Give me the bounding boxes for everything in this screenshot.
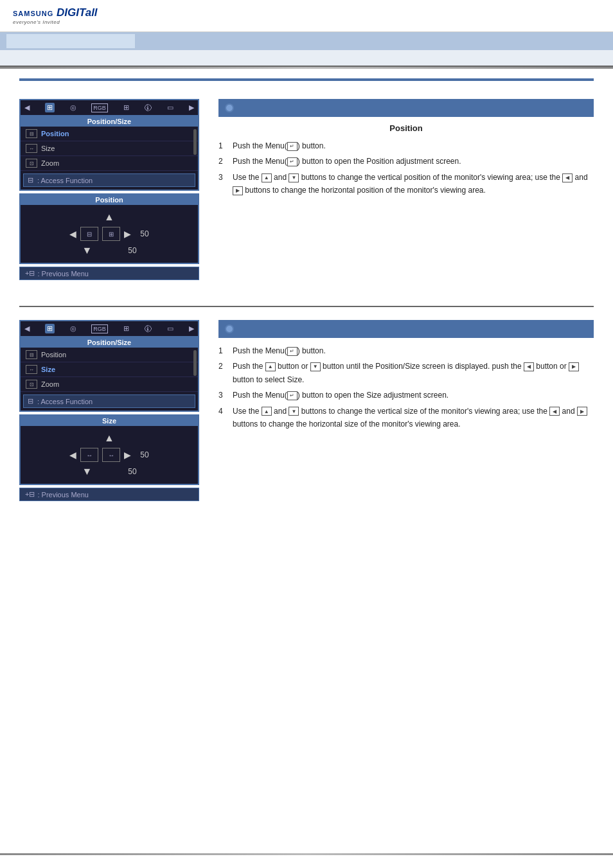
arrow-right-2: ▶ xyxy=(124,450,131,460)
osd-subpanel-content-1: ▲ ◀ ⊟ ⊞ ▶ 50 ▼ 50 xyxy=(21,205,198,263)
osd-menu-list-1: ⊟ Position ↔ Size ⊡ Zoom ⊟ : Access Func… xyxy=(19,127,199,191)
menu-item-position-label: Position xyxy=(41,130,69,137)
osd-menu-item-position-2[interactable]: ⊟ Position xyxy=(21,348,198,362)
osd-menubar-2: ◀ ⊞ ◎ RGB ⊞ 🛈 ▭ ▶ xyxy=(19,320,199,337)
step-text-2-3: Push the Menu(↵) button to open the Size… xyxy=(233,389,594,402)
prev-menu-label-1: : Previous Menu xyxy=(37,270,88,278)
arrow-down-2: ▼ xyxy=(82,466,92,477)
nav-tab[interactable] xyxy=(6,34,135,48)
up-icon-s2: ▲ xyxy=(262,407,272,416)
osd-menu-item-size[interactable]: ↔ Size xyxy=(21,141,198,156)
zoom-icon: ⊡ xyxy=(26,159,37,168)
osd-subpanel-title-1: Position xyxy=(21,195,198,205)
step-text-2-1: Push the Menu(↵) button. xyxy=(233,344,594,357)
osd-icon-right-2: ▶ xyxy=(189,324,194,333)
step-text-2-4: Use the ▲ and ▼ buttons to change the ve… xyxy=(233,405,594,431)
right-icon-s2: ▶ xyxy=(577,407,587,416)
step-num-1-3: 3 xyxy=(218,171,227,197)
osd-subpanel-size: Size ▲ ◀ ↔ ↔ ▶ 50 ▼ xyxy=(19,414,199,485)
step-num-2-3: 3 xyxy=(218,389,227,402)
osd-subpanel-position: Position ▲ ◀ ⊟ ⊞ ▶ 50 xyxy=(19,193,199,264)
menu-icon-inline-2: ↵ xyxy=(287,157,298,166)
access-function-icon: ⊟ xyxy=(28,176,33,184)
desc-panel-2: 1 Push the Menu(↵) button. 2 Push the ▲ … xyxy=(218,320,594,501)
osd-icon-rgb-2: RGB xyxy=(91,324,108,333)
step-num-2-4: 4 xyxy=(218,405,227,431)
up-icon-s1: ▲ xyxy=(262,173,272,182)
step-2-2: 2 Push the ▲ button or ▼ button until th… xyxy=(218,360,594,386)
menu-icon-inline: ↵ xyxy=(287,142,298,151)
desc-steps-1: 1 Push the Menu(↵) button. 2 Push the Me… xyxy=(218,139,594,197)
arrow-left-2: ◀ xyxy=(69,450,76,460)
step-2-1: 1 Push the Menu(↵) button. xyxy=(218,344,594,357)
size-icon-2: ↔ xyxy=(26,365,37,374)
osd-menu-item-zoom[interactable]: ⊡ Zoom xyxy=(21,156,198,171)
menu-item-zoom-label-2: Zoom xyxy=(41,380,59,388)
menu-item-position-label-2: Position xyxy=(41,351,66,359)
osd-icon-pos: ⊞ xyxy=(45,103,55,112)
step-1-1: 1 Push the Menu(↵) button. xyxy=(218,139,594,152)
left-icon-s2: ◀ xyxy=(549,407,560,416)
nav-bar xyxy=(0,32,613,50)
osd-icon-pos-2: ⊞ xyxy=(45,324,55,333)
menu-item-zoom-label: Zoom xyxy=(41,159,59,167)
osd-access-function-1[interactable]: ⊟ : Access Function xyxy=(23,173,195,187)
menu-icon-s2-1: ↵ xyxy=(287,347,298,356)
desc-dot-1 xyxy=(225,103,234,112)
osd-icon-lang: ⊞ xyxy=(123,103,129,112)
arrow-down-1: ▼ xyxy=(82,245,92,256)
center-icon-h: ⊟ xyxy=(80,227,98,241)
osd-icon-menu-2: ▭ xyxy=(167,324,173,333)
step-1-3: 3 Use the ▲ and ▼ buttons to change the … xyxy=(218,171,594,197)
osd-menu-item-zoom-2[interactable]: ⊡ Zoom xyxy=(21,377,198,392)
osd-panel-2: ◀ ⊞ ◎ RGB ⊞ 🛈 ▭ ▶ Position/Size ⊟ Positi… xyxy=(19,320,199,501)
prev-menu-icon-1: +⊟ xyxy=(25,269,35,278)
osd-icon-rgb: RGB xyxy=(91,103,108,112)
step-2-4: 4 Use the ▲ and ▼ buttons to change the … xyxy=(218,405,594,431)
step-text-1-1: Push the Menu(↵) button. xyxy=(233,139,594,152)
menu-item-size-label-2: Size xyxy=(41,366,55,373)
left-btn-s2: ◀ xyxy=(524,362,534,371)
right-icon-s1: ▶ xyxy=(233,186,243,195)
page-header: SAMSUNG DIGITall everyone's Invited xyxy=(0,0,613,32)
zoom-icon-2: ⊡ xyxy=(26,380,37,389)
osd-icon-menu: ▭ xyxy=(167,103,173,112)
size-icon: ↔ xyxy=(26,144,37,153)
down-btn-s2: ▼ xyxy=(310,362,321,371)
access-function-label-2: : Access Function xyxy=(37,398,93,405)
value-v-2: 50 xyxy=(128,467,136,476)
osd-access-function-2[interactable]: ⊟ : Access Function xyxy=(23,394,195,408)
menu-icon-s2-3: ↵ xyxy=(287,391,298,400)
up-btn-s2: ▲ xyxy=(265,362,276,371)
osd-icon-left-2: ◀ xyxy=(24,324,30,333)
section-size: ◀ ⊞ ◎ RGB ⊞ 🛈 ▭ ▶ Position/Size ⊟ Positi… xyxy=(19,320,594,501)
position-icon: ⊟ xyxy=(26,129,37,138)
brand-text: SAMSUNG xyxy=(13,10,53,17)
center-icon-v-2: ↔ xyxy=(102,448,120,462)
desc-panel-1: Position 1 Push the Menu(↵) button. 2 Pu… xyxy=(218,99,594,280)
osd-menu-list-2: ⊟ Position ↔ Size ⊡ Zoom ⊟ : Access Func… xyxy=(19,348,199,412)
arrow-right-1: ▶ xyxy=(124,229,131,239)
osd-menu-item-position[interactable]: ⊟ Position xyxy=(21,127,198,141)
desc-header-2 xyxy=(218,320,594,338)
osd-icon-left: ◀ xyxy=(24,103,30,112)
arrow-up-1: ▲ xyxy=(104,211,114,223)
osd-menu-item-size-2[interactable]: ↔ Size xyxy=(21,362,198,377)
value-v-1: 50 xyxy=(128,246,136,255)
position-icon-2: ⊟ xyxy=(26,350,37,359)
prev-menu-icon-2: +⊟ xyxy=(25,490,35,499)
step-num-2-2: 2 xyxy=(218,360,227,386)
arrow-left-1: ◀ xyxy=(69,229,76,239)
osd-prev-menu-1[interactable]: +⊟ : Previous Menu xyxy=(19,267,199,280)
down-icon-s2: ▼ xyxy=(289,407,299,416)
samsung-logo: SAMSUNG DIGITall everyone's Invited xyxy=(13,6,98,25)
center-icon-v: ⊞ xyxy=(102,227,120,241)
osd-title-1: Position/Size xyxy=(19,116,199,127)
center-icon-h-2: ↔ xyxy=(80,448,98,462)
main-content: ◀ ⊞ ◎ RGB ⊞ 🛈 ▭ ▶ Position/Size ⊟ Positi… xyxy=(0,86,613,540)
osd-title-2: Position/Size xyxy=(19,337,199,348)
step-text-2-2: Push the ▲ button or ▼ button until the … xyxy=(233,360,594,386)
arrow-up-2: ▲ xyxy=(104,432,114,444)
osd-prev-menu-2[interactable]: +⊟ : Previous Menu xyxy=(19,488,199,501)
step-text-1-2: Push the Menu(↵) button to open the Posi… xyxy=(233,155,594,168)
